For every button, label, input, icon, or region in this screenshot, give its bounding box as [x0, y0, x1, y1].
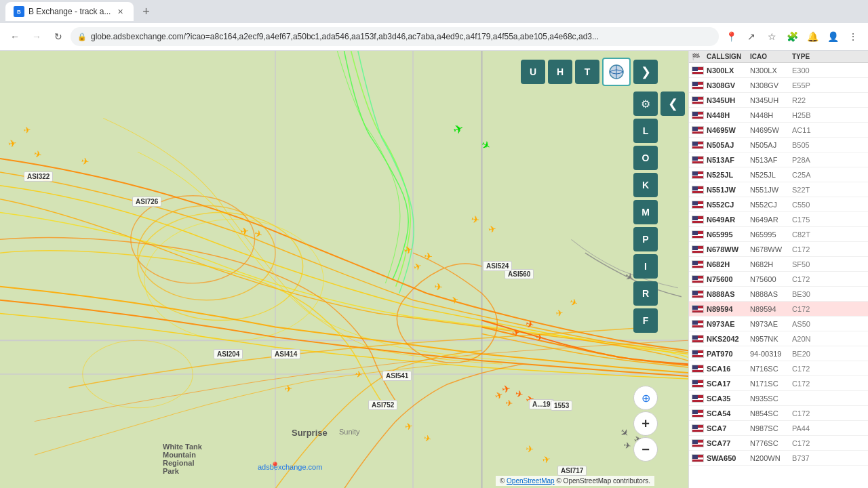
- btn-u[interactable]: U: [521, 60, 545, 84]
- flight-list-row[interactable]: N89594N89594C172: [689, 302, 868, 317]
- icao: 94-00319: [750, 350, 789, 358]
- map-controls-top: U H T ❯: [521, 58, 658, 86]
- flight-list-row[interactable]: PAT97094-00319BE20: [689, 346, 868, 361]
- flight-list-row[interactable]: N513AFN513AFP28A: [689, 152, 868, 167]
- zoom-controls: ⊕ + −: [633, 386, 658, 462]
- flight-list-header: 🏁 CALLSIGN ICAO TYPE: [689, 51, 868, 63]
- aircraft-7[interactable]: ✈: [240, 224, 250, 237]
- aircraft-5[interactable]: ✈: [23, 125, 31, 136]
- address-bar[interactable]: 🔒 globe.adsbexchange.com/?icao=a8c164,a2…: [71, 27, 719, 46]
- new-tab-button[interactable]: +: [136, 2, 155, 21]
- flight-list-row[interactable]: N649ARN649ARC175: [689, 212, 868, 227]
- flight-list-row[interactable]: N678WWN678WWC172: [689, 242, 868, 257]
- flight-list-row[interactable]: SCA17N171SCC172: [689, 376, 868, 391]
- menu-button[interactable]: ⋮: [844, 27, 863, 46]
- flight-list-row[interactable]: N65995N65995C82T: [689, 227, 868, 242]
- callsign: N678WW: [707, 245, 747, 253]
- btn-next[interactable]: ❯: [633, 60, 658, 84]
- flag-icon: [692, 380, 704, 388]
- btn-o[interactable]: O: [633, 146, 658, 170]
- aircraft-type: S22T: [792, 186, 810, 194]
- btn-l[interactable]: L: [633, 119, 658, 143]
- btn-h[interactable]: H: [548, 60, 572, 84]
- callsign: N552CJ: [707, 201, 747, 209]
- extensions-button[interactable]: 🧩: [783, 27, 802, 46]
- aircraft-20[interactable]: ✈: [535, 332, 543, 343]
- label-ASI726: ASI726: [132, 197, 161, 207]
- callsign: N89594: [707, 305, 747, 313]
- aircraft-10[interactable]: ✈: [423, 250, 433, 263]
- flight-list-row[interactable]: N448HN448HH25B: [689, 108, 868, 123]
- flag-icon: [692, 141, 704, 149]
- aircraft-26[interactable]: ✈: [284, 383, 293, 394]
- zoom-out-button[interactable]: −: [633, 437, 658, 462]
- btn-p[interactable]: P: [633, 227, 658, 251]
- aircraft-19[interactable]: ✈: [511, 327, 521, 339]
- bookmark-button[interactable]: ☆: [762, 27, 781, 46]
- btn-i[interactable]: I: [633, 254, 658, 279]
- flight-list-row[interactable]: N75600N75600C172: [689, 272, 868, 287]
- flight-list-row[interactable]: SCA7N987SCPA44: [689, 421, 868, 436]
- flight-list-row[interactable]: SCA35N935SC: [689, 391, 868, 406]
- aircraft-type: C550: [792, 201, 810, 209]
- icao: N957NK: [750, 335, 789, 343]
- col-callsign: CALLSIGN: [707, 53, 747, 60]
- flight-list-row[interactable]: SCA77N776SCC172: [689, 436, 868, 451]
- aircraft-type: BE30: [792, 290, 810, 298]
- btn-prev[interactable]: ❮: [660, 92, 685, 116]
- flight-list-row[interactable]: N308GVN308GVE55P: [689, 78, 868, 93]
- icao: N200WN: [750, 454, 789, 462]
- map-area[interactable]: ✈ ✈ ✈ ✈ ✈ ✈ ✈ ✈ ✈ ✈ ✈ ✈ ✈ ✈ ✈ ✈ ✈ ✈ ✈ ✈ …: [0, 51, 688, 488]
- aircraft-type: E300: [792, 66, 810, 75]
- aircraft-type: C172: [792, 380, 810, 388]
- btn-k[interactable]: K: [633, 173, 658, 197]
- tab-close-button[interactable]: ✕: [115, 6, 125, 17]
- flight-list-row[interactable]: NKS2042N957NKA20N: [689, 331, 868, 346]
- aircraft-28[interactable]: ✈: [404, 420, 414, 432]
- flag-icon: [692, 230, 704, 239]
- active-tab[interactable]: B B Exchange - track a... ✕: [5, 2, 134, 21]
- flight-list-row[interactable]: N345UHN345UHR22: [689, 93, 868, 108]
- label-ASI524: ASI524: [483, 261, 512, 271]
- icao: N525JL: [750, 171, 789, 179]
- aircraft-17[interactable]: ✈: [555, 308, 564, 319]
- flight-list-row[interactable]: N682HN682HSF50: [689, 257, 868, 272]
- flight-list-row[interactable]: N973AEN973AEAS50: [689, 317, 868, 331]
- flight-list-row[interactable]: SCA54N854SCC172: [689, 406, 868, 421]
- btn-t[interactable]: T: [575, 60, 599, 84]
- flight-list-row[interactable]: N525JLN525JLC25A: [689, 167, 868, 182]
- notifications-button[interactable]: 🔔: [803, 27, 822, 46]
- icao: N75600: [750, 275, 789, 283]
- btn-r[interactable]: R: [633, 281, 658, 306]
- flight-list-row[interactable]: N300LXN300LXE300: [689, 63, 868, 78]
- btn-m[interactable]: M: [633, 200, 658, 224]
- flight-list-row[interactable]: N551JWN551JWS22T: [689, 182, 868, 197]
- flight-list-body: N300LXN300LXE300N308GVN308GVE55PN345UHN3…: [689, 63, 868, 466]
- location-button[interactable]: 📍: [722, 27, 741, 46]
- share-button[interactable]: ↗: [742, 27, 761, 46]
- flight-list-row[interactable]: N552CJN552CJC550: [689, 197, 868, 212]
- flag-icon: [692, 81, 704, 89]
- back-button[interactable]: ←: [5, 27, 24, 46]
- flight-list-row[interactable]: SCA16N716SCC172: [689, 361, 868, 376]
- aircraft-30[interactable]: ✈: [525, 444, 534, 455]
- btn-f[interactable]: F: [633, 308, 658, 333]
- flight-list-row[interactable]: SWA650N200WNB737: [689, 451, 868, 466]
- flag-icon: [692, 111, 704, 119]
- callsign: N525JL: [707, 171, 747, 179]
- callsign: N505AJ: [707, 141, 747, 149]
- flight-list-row[interactable]: N4695WN4695WAC11: [689, 123, 868, 138]
- forward-button[interactable]: →: [27, 27, 46, 46]
- layer-button[interactable]: [602, 58, 631, 86]
- reload-button[interactable]: ↻: [49, 27, 68, 46]
- profile-button[interactable]: 👤: [823, 27, 842, 46]
- flight-list-row[interactable]: N505AJN505AJB505: [689, 138, 868, 152]
- aircraft-13[interactable]: ✈: [488, 223, 498, 235]
- flag-icon: [692, 275, 704, 283]
- zoom-in-button[interactable]: +: [633, 411, 658, 436]
- aircraft-24[interactable]: ✈: [505, 398, 513, 409]
- flight-list-row[interactable]: N888ASN888ASBE30: [689, 287, 868, 302]
- zoom-track-button[interactable]: ⊕: [633, 386, 658, 410]
- settings-btn[interactable]: ⚙: [633, 92, 658, 116]
- aircraft-14[interactable]: ✈: [433, 281, 443, 293]
